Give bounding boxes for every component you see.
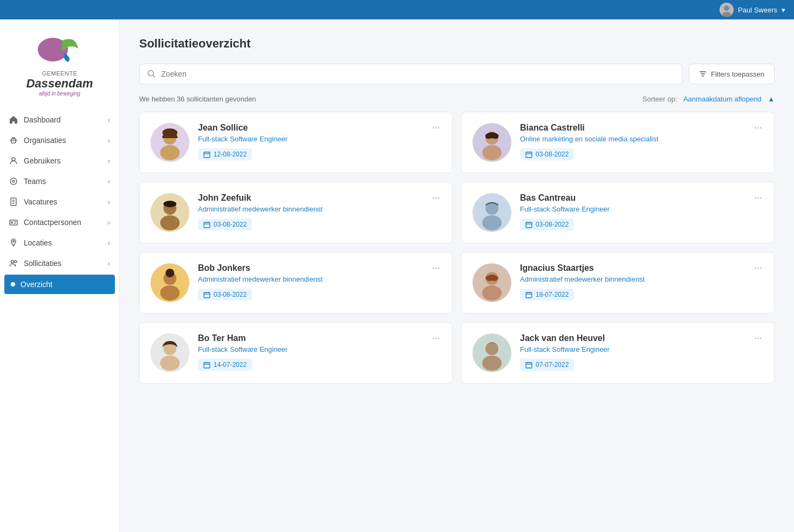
more-options-button[interactable]: ···: [429, 191, 443, 204]
sidebar-item-overzicht[interactable]: Overzicht: [4, 275, 115, 294]
applicant-card[interactable]: John Zeefuik Administratief medewerker b…: [139, 182, 453, 243]
search-input[interactable]: [161, 64, 674, 84]
organisaties-chevron: ∨: [107, 138, 111, 144]
applicant-info: Jack van den Heuvel Full-stack Software …: [520, 333, 763, 371]
sidebar: GEMEENTE Dassendam altijd in beweging Da…: [0, 19, 120, 532]
sidebar-item-organisaties[interactable]: Organisaties ∨: [0, 130, 119, 151]
svg-point-14: [11, 222, 13, 223]
applicant-avatar: [150, 193, 189, 232]
applicant-card[interactable]: Jean Sollice Full-stack Software Enginee…: [139, 112, 453, 173]
sidebar-item-contactpersonen[interactable]: Contactpersonen ∨: [0, 212, 119, 233]
applicant-card[interactable]: Bo Ter Ham Full-stack Software Engineer …: [139, 322, 453, 384]
svg-point-50: [482, 215, 502, 230]
dashboard-chevron: ∨: [107, 117, 111, 123]
gebruikers-chevron: ∨: [107, 158, 111, 164]
document-icon: [9, 197, 18, 207]
applicant-avatar: [150, 123, 189, 162]
applicant-card[interactable]: Bianca Castrelli Online marketing en soc…: [461, 112, 775, 173]
vacatures-chevron: ∨: [107, 199, 111, 205]
svg-point-43: [163, 201, 176, 207]
svg-point-6: [12, 158, 15, 161]
more-options-button[interactable]: ···: [751, 261, 765, 275]
applicant-name: Bianca Castrelli: [520, 123, 763, 133]
svg-point-72: [160, 356, 180, 371]
svg-rect-66: [526, 292, 532, 298]
applicant-name: Jack van den Heuvel: [520, 333, 763, 343]
main-content: Sollicitatieoverzicht Filters toepassen: [120, 19, 794, 532]
svg-point-42: [160, 215, 180, 230]
filter-button[interactable]: Filters toepassen: [689, 64, 775, 84]
more-options-button[interactable]: ···: [751, 331, 765, 345]
filter-button-label: Filters toepassen: [711, 70, 764, 78]
sidebar-item-sollicitaties[interactable]: Sollicitaties ∧: [0, 253, 119, 274]
applicants-grid: Jean Sollice Full-stack Software Enginee…: [139, 112, 775, 384]
applicant-name: John Zeefuik: [198, 193, 441, 203]
svg-point-20: [148, 71, 154, 76]
teams-icon: [9, 176, 18, 186]
applicant-avatar: [473, 123, 511, 162]
svg-line-21: [153, 76, 155, 78]
applicant-info: Ignacius Staartjes Administratief medewe…: [520, 263, 763, 301]
applicant-role: Administratief medewerker binnendienst: [198, 275, 441, 283]
page-title: Sollicitatieoverzicht: [139, 37, 775, 51]
sidebar-item-vacatures[interactable]: Vacatures ∨: [0, 192, 119, 212]
svg-point-58: [166, 269, 174, 277]
applicant-card[interactable]: Jack van den Heuvel Full-stack Software …: [461, 322, 775, 384]
sidebar-item-dashboard[interactable]: Dashboard ∨: [0, 110, 119, 130]
calendar-icon: [525, 362, 532, 369]
applicant-name: Ignacius Staartjes: [520, 263, 763, 273]
more-options-button[interactable]: ···: [751, 191, 765, 204]
teams-chevron: ∨: [107, 179, 111, 185]
applicant-avatar: [473, 263, 511, 302]
users-icon: [9, 258, 18, 268]
sidebar-item-gebruikers[interactable]: Gebruikers ∨: [0, 151, 119, 171]
svg-rect-59: [204, 292, 210, 298]
applicant-info: Bob Jonkers Administratief medewerker bi…: [198, 263, 441, 301]
applicant-date: 03-08-2022: [198, 289, 252, 301]
sort-value[interactable]: Aanmaakdatum aflopend: [683, 95, 762, 103]
applicant-card[interactable]: Ignacius Staartjes Administratief medewe…: [461, 252, 775, 313]
more-options-button[interactable]: ···: [429, 261, 443, 275]
location-icon: [9, 238, 18, 248]
user-menu[interactable]: Paul Sweers ▾: [720, 3, 785, 17]
overzicht-label: Overzicht: [20, 280, 108, 289]
more-options-button[interactable]: ···: [751, 121, 765, 134]
active-dot: [11, 282, 15, 287]
more-options-button[interactable]: ···: [429, 121, 443, 134]
contactpersonen-chevron: ∨: [107, 220, 111, 226]
applicant-card[interactable]: Bas Cantreau Full-stack Software Enginee…: [461, 182, 775, 243]
briefcase-icon: [9, 135, 18, 145]
user-chevron: ▾: [782, 6, 785, 14]
applicant-role: Administratief medewerker binnendienst: [520, 275, 763, 283]
svg-point-65: [482, 285, 502, 301]
sidebar-item-locaties[interactable]: Locaties ∨: [0, 233, 119, 253]
locaties-label: Locaties: [24, 238, 101, 247]
svg-rect-29: [204, 152, 210, 158]
sort-info: Sorteer op: Aanmaakdatum aflopend ▲: [642, 95, 775, 103]
search-container[interactable]: [139, 64, 682, 84]
sidebar-item-teams[interactable]: Teams ∨: [0, 171, 119, 192]
svg-point-27: [160, 145, 180, 160]
logo-area: GEMEENTE Dassendam altijd in beweging: [0, 19, 119, 107]
filter-icon: [699, 70, 707, 78]
applicant-date: 14-07-2022: [198, 359, 252, 371]
username: Paul Sweers: [738, 6, 777, 14]
applicant-name: Jean Sollice: [198, 123, 441, 133]
applicant-date: 03-08-2022: [520, 219, 574, 230]
applicant-card[interactable]: Bob Jonkers Administratief medewerker bi…: [139, 252, 453, 313]
applicant-name: Bob Jonkers: [198, 263, 441, 273]
more-options-button[interactable]: ···: [429, 331, 443, 345]
vacatures-label: Vacatures: [24, 197, 101, 206]
applicant-role: Online marketing en sociale media specia…: [520, 135, 763, 143]
sort-label: Sorteer op:: [642, 95, 677, 103]
calendar-icon: [525, 221, 532, 228]
applicant-avatar: [473, 193, 511, 232]
results-count: We hebben 36 sollicitanten gevonden: [139, 95, 256, 103]
sidebar-nav: Dashboard ∨ Organisaties ∨: [0, 107, 119, 297]
svg-point-35: [482, 145, 502, 160]
search-bar: Filters toepassen: [139, 64, 775, 84]
home-icon: [9, 115, 18, 125]
logo-svg: [32, 32, 86, 70]
gemeente-text: GEMEENTE: [42, 70, 78, 77]
applicant-date: 07-07-2022: [520, 359, 574, 371]
